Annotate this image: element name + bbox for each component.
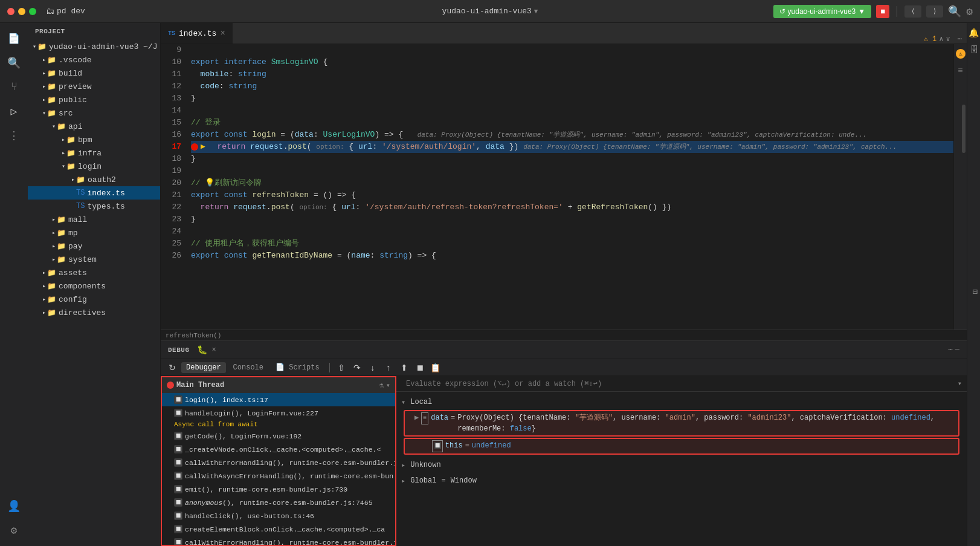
stack-item-0[interactable]: 🔲 login(), index.ts:17 [162, 393, 395, 406]
tree-oauth2[interactable]: ▸ 📁 oauth2 [28, 173, 160, 186]
code-area[interactable]: export interface SmsLoginVO { mobile: st… [186, 44, 953, 330]
tree-src[interactable]: ▾ 📁 src [28, 106, 160, 120]
callstack-more-icon[interactable]: ▾ [386, 381, 390, 390]
global-section-label: Global [410, 476, 436, 485]
stack-item-9[interactable]: 🔲 createElementBlock.onClick._cache.<com… [162, 522, 395, 536]
global-expand-icon[interactable]: ▸ [401, 476, 405, 486]
debug-tab-console[interactable]: Console [228, 362, 268, 373]
var-this-item: 🔲 this = undefined [404, 438, 959, 455]
vertical-scrollbar[interactable] [961, 44, 967, 330]
debug-resume-btn[interactable]: ⇧ [335, 362, 348, 374]
debug-step-out-btn[interactable]: ↑ [382, 362, 395, 374]
tree-preview[interactable]: ▸ 📁 preview [28, 80, 160, 93]
var-this-name: this [445, 440, 463, 451]
activity-debug[interactable]: ▷ [3, 100, 25, 122]
activity-files[interactable]: 📄 [3, 28, 25, 50]
tree-types-ts[interactable]: ▸ TS types.ts [28, 200, 160, 213]
tree-api[interactable]: ▾ 📁 api [28, 120, 160, 133]
tab-close-icon[interactable]: × [220, 28, 225, 38]
stack-item-4[interactable]: 🔲 callWithErrorHandling(), runtime-core.… [162, 456, 395, 469]
debug-restart-btn[interactable]: ↻ [166, 362, 179, 374]
unknown-section: ▸ Unknown [396, 457, 967, 473]
tree-bpm[interactable]: ▸ 📁 bpm [28, 133, 160, 146]
stack-item-5[interactable]: 🔲 callWithAsyncErrorHandling(), runtime-… [162, 469, 395, 483]
tree-infra[interactable]: ▸ 📁 infra [28, 146, 160, 160]
sidebar: Project ▾ 📁 yudao-ui-admin-vue3 ~/J ▸ 📁 … [28, 23, 161, 546]
tree-build[interactable]: ▸ 📁 build [28, 67, 160, 80]
activity-accounts[interactable]: 👤 [3, 495, 25, 517]
stack-frame-icon-2: 🔲 [174, 432, 182, 440]
maximize-dot[interactable] [29, 8, 36, 15]
stack-item-8[interactable]: 🔲 handleClick(), use-button.ts:46 [162, 509, 395, 522]
debug-tab-debugger[interactable]: Debugger [181, 362, 226, 373]
stack-item-10[interactable]: 🔲 callWithErrorHandling(), runtime-core.… [162, 536, 395, 545]
run-button[interactable]: ↺ yudao-ui-admin-vue3 ▼ [773, 5, 872, 18]
settings-icon[interactable]: ⚙ [966, 5, 973, 18]
thread-badge [167, 382, 174, 389]
activity-extensions[interactable]: ⋮ [3, 125, 25, 146]
debug-settings-btn[interactable]: 📋 [429, 362, 442, 374]
call-stack-actions: ⚗ ▾ [379, 381, 390, 390]
tree-public[interactable]: ▸ 📁 public [28, 93, 160, 106]
debug-body: Main Thread ⚗ ▾ 🔲 login(), index.ts:17 [161, 376, 967, 546]
filter-icon[interactable]: ⚗ [379, 381, 384, 390]
scrollbar-thumb[interactable] [962, 105, 965, 153]
debug-stop-btn[interactable]: ⏹ [413, 362, 427, 374]
activity-settings[interactable]: ⚙ [3, 519, 25, 541]
activity-source-control[interactable]: ⑂ [3, 76, 25, 98]
tree-vscode[interactable]: ▸ 📁 .vscode [28, 53, 160, 67]
more-actions-icon[interactable]: ⋯ [958, 34, 962, 44]
prev-occurrence-button[interactable]: ⟨ [904, 5, 921, 18]
chevron-up-icon[interactable]: ∧ [939, 34, 943, 44]
unknown-section-header[interactable]: ▸ Unknown [401, 458, 962, 472]
tree-login[interactable]: ▾ 📁 login [28, 160, 160, 173]
search-icon[interactable]: 🔍 [948, 5, 961, 18]
local-section-header[interactable]: ▾ Local [401, 395, 962, 409]
notifications-icon[interactable]: 🔔 [969, 28, 979, 38]
activity-search[interactable]: 🔍 [3, 52, 25, 74]
tree-mall[interactable]: ▸ 📁 mall [28, 213, 160, 226]
debug-step-over-btn[interactable]: ↷ [350, 362, 364, 374]
close-dot[interactable] [7, 8, 15, 15]
tree-pay[interactable]: ▸ 📁 pay [28, 239, 160, 253]
debug-more-icon[interactable]: ⋯ [949, 345, 953, 354]
watch-expression-input[interactable] [401, 377, 958, 391]
debug-tab-scripts[interactable]: 📄 Scripts [271, 362, 324, 373]
watch-add-icon[interactable]: ▾ [958, 379, 962, 388]
stack-item-3[interactable]: 🔲 _createVNode.onClick._cache.<computed>… [162, 443, 395, 456]
stop-button[interactable]: ■ [876, 5, 889, 18]
line-numbers: 9 10 11 12 13 14 15 16 17 18 19 20 21 22… [161, 44, 186, 330]
var-data-expand[interactable]: ▶ [414, 412, 419, 423]
debug-step-into-btn[interactable]: ↓ [366, 362, 379, 374]
next-occurrence-button[interactable]: ⟩ [926, 5, 943, 18]
debug-toolbar: ↻ Debugger Console 📄 Scripts ⇧ ↷ ↓ ↑ ⬆ ⏹… [161, 359, 967, 376]
stack-item-7[interactable]: 🔲 anonymous(), runtime-core.esm-bundler.… [162, 496, 395, 509]
titlebar: 🗂 pd dev yudao-ui-admin-vue3 ▼ ↺ yudao-u… [0, 0, 980, 23]
debug-minimize-icon[interactable]: — [955, 345, 959, 354]
tree-components[interactable]: ▸ 📁 components [28, 279, 160, 293]
global-section-header[interactable]: ▸ Global = Window [401, 474, 962, 487]
tree-system[interactable]: ▸ 📁 system [28, 253, 160, 266]
window-controls[interactable] [7, 8, 36, 15]
debug-close-icon[interactable]: × [212, 346, 216, 354]
tree-root[interactable]: ▾ 📁 yudao-ui-admin-vue3 ~/J [28, 40, 160, 53]
stack-frame-icon-5: 🔲 [174, 472, 182, 480]
minimize-dot[interactable] [18, 8, 25, 15]
stack-item-6[interactable]: 🔲 emit(), runtime-core.esm-bundler.js:73… [162, 483, 395, 496]
unknown-expand-icon[interactable]: ▸ [401, 461, 405, 470]
tree-assets[interactable]: ▸ 📁 assets [28, 266, 160, 279]
chevron-down-icon[interactable]: ∨ [946, 34, 950, 44]
stack-item-2[interactable]: 🔲 getCode(), LoginForm.vue:192 [162, 429, 395, 443]
tab-index-ts[interactable]: TS index.ts × [161, 23, 233, 44]
debug-header: Debug 🐛 × ⋯ — [161, 341, 967, 359]
tree-config[interactable]: ▸ 📁 config [28, 293, 160, 306]
database-icon[interactable]: 🗄 [970, 45, 978, 55]
tree-mp[interactable]: ▸ 📁 mp [28, 226, 160, 239]
debug-deactivate-btn[interactable]: ⬆ [398, 362, 411, 374]
tree-directives[interactable]: ▸ 📁 directives [28, 306, 160, 319]
tree-index-ts[interactable]: ▸ TS index.ts [28, 186, 160, 200]
var-data-eq: = [451, 412, 455, 423]
local-expand-icon[interactable]: ▾ [401, 398, 405, 407]
code-line-17: ▶ return request.post( option: { url: '/… [191, 141, 953, 153]
stack-item-1[interactable]: 🔲 handleLogin(), LoginForm.vue:227 [162, 406, 395, 420]
